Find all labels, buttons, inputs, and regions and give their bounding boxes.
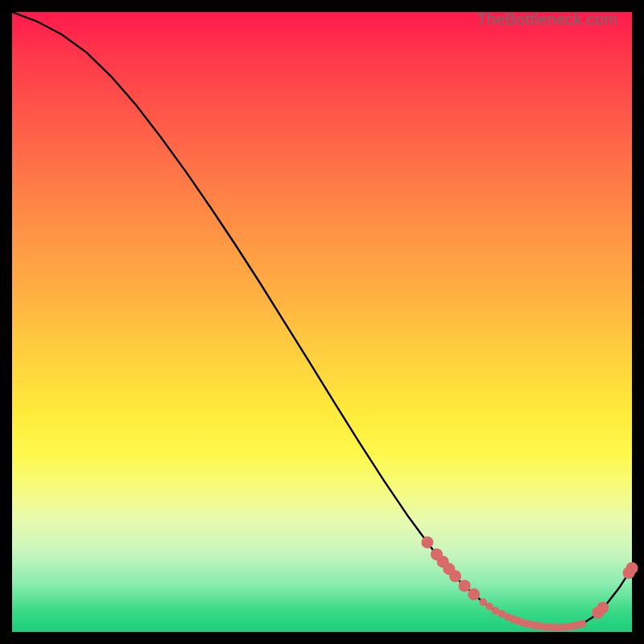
- watermark-text: TheBottleneck.com: [477, 10, 617, 29]
- data-point: [597, 601, 609, 613]
- data-point: [421, 536, 433, 548]
- data-point: [459, 580, 471, 592]
- data-point: [579, 620, 587, 628]
- data-point: [468, 588, 480, 601]
- chart-frame: TheBottleneck.com: [12, 12, 632, 632]
- marker-cluster: [421, 536, 638, 631]
- data-point: [626, 562, 638, 574]
- chart-svg: [12, 12, 632, 632]
- data-point: [449, 570, 461, 582]
- bottleneck-curve: [12, 12, 632, 628]
